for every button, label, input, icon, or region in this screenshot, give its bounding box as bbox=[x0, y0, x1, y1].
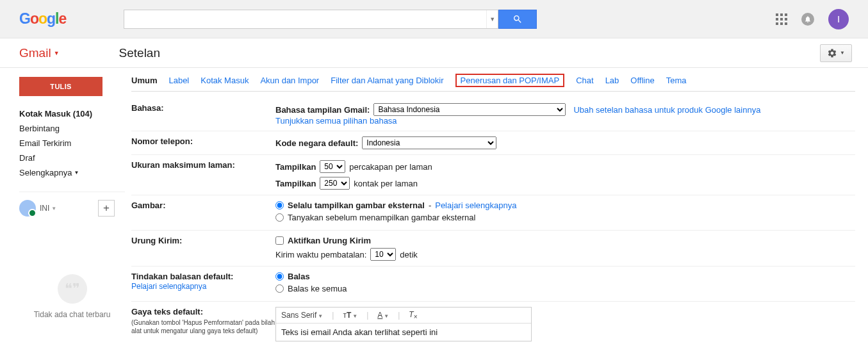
second-bar: Gmail ▼ Setelan ▼ bbox=[0, 38, 868, 68]
avatar[interactable]: I bbox=[828, 9, 849, 29]
link-ubah-bahasa[interactable]: Ubah setelan bahasa untuk produk Google … bbox=[573, 105, 760, 115]
sidebar-item-more[interactable]: Selengkapnya ▼ bbox=[19, 165, 125, 180]
top-bar: Google ▼ I bbox=[0, 0, 868, 38]
google-logo[interactable]: Google bbox=[19, 10, 66, 28]
chevron-down-icon: ▼ bbox=[51, 206, 56, 211]
notifications-icon[interactable] bbox=[801, 13, 814, 26]
field-label-bahasa: Bahasa tampilan Gmail: bbox=[275, 105, 370, 115]
text-gaya-note: (Gunakan tombol 'Hapus Pemformatan' pada… bbox=[131, 318, 275, 335]
radio-balas-semua[interactable] bbox=[275, 284, 284, 293]
sidebar-item-draft[interactable]: Draf bbox=[19, 151, 125, 165]
text-urung-sub2: detik bbox=[400, 250, 417, 259]
tab-akun[interactable]: Akun dan Impor bbox=[260, 76, 319, 87]
topbar-right: I bbox=[776, 9, 849, 29]
tab-lab[interactable]: Lab bbox=[605, 76, 619, 87]
format-box: Sans Serif▼ | тT▼ | A▼ | T× Teks isi ema… bbox=[275, 307, 532, 341]
text-kontak: kontak per laman bbox=[354, 179, 418, 188]
clear-format-button[interactable]: T× bbox=[409, 310, 417, 320]
label-balasan: Tindakan balasan default: Pelajari selen… bbox=[131, 272, 275, 296]
tab-label[interactable]: Label bbox=[168, 76, 189, 87]
gmail-menu[interactable]: Gmail ▼ bbox=[19, 46, 60, 60]
main: Umum Label Kotak Masuk Akun dan Impor Fi… bbox=[125, 68, 868, 347]
tab-offline[interactable]: Offline bbox=[630, 76, 654, 87]
font-size-select[interactable]: тT▼ bbox=[343, 311, 357, 320]
format-sample: Teks isi email Anda akan terlihat sepert… bbox=[276, 324, 531, 341]
hangouts-text: Tidak ada chat terbaru bbox=[19, 310, 125, 319]
chevron-down-icon: ▼ bbox=[54, 50, 60, 56]
sidebar-item-inbox[interactable]: Kotak Masuk (104) bbox=[19, 106, 125, 121]
search-button[interactable] bbox=[498, 10, 537, 29]
text-balas-semua: Balas ke semua bbox=[288, 284, 347, 293]
search-dropdown[interactable]: ▼ bbox=[486, 10, 498, 28]
text-balas: Balas bbox=[288, 272, 310, 281]
compose-button[interactable]: TULIS bbox=[19, 77, 102, 96]
tab-filter[interactable]: Filter dan Alamat yang Diblokir bbox=[331, 76, 443, 87]
search-input[interactable] bbox=[124, 10, 486, 28]
chevron-down-icon: ▼ bbox=[840, 50, 845, 56]
chevron-down-icon: ▼ bbox=[74, 170, 79, 176]
text-gambar-opt2: Tanyakan sebelum menampilkan gambar ekst… bbox=[288, 213, 475, 222]
text-tampilkan2: Tampilkan bbox=[275, 179, 316, 188]
setting-nomor: Nomor telepon: Kode negara default: Indo… bbox=[131, 131, 855, 155]
tab-chat[interactable]: Chat bbox=[576, 76, 593, 87]
select-negara[interactable]: Indonesia bbox=[362, 136, 496, 149]
checkbox-urung[interactable] bbox=[275, 236, 284, 245]
text-urung-sub1: Kirim waktu pembatalan: bbox=[275, 250, 366, 259]
sidebar-item-sent[interactable]: Email Terkirim bbox=[19, 136, 125, 151]
select-percakapan[interactable]: 50 bbox=[320, 160, 345, 173]
sidebar: TULIS Kotak Masuk (104) Berbintang Email… bbox=[0, 68, 125, 347]
radio-balas[interactable] bbox=[275, 272, 284, 281]
radio-gambar-tanya[interactable] bbox=[275, 213, 284, 222]
select-bahasa[interactable]: Bahasa Indonesia bbox=[373, 103, 566, 116]
gear-icon bbox=[827, 48, 837, 58]
hangouts-icon: ❝❞ bbox=[58, 274, 87, 304]
tab-kotak-masuk[interactable]: Kotak Masuk bbox=[201, 76, 249, 87]
user-avatar-icon[interactable] bbox=[19, 200, 36, 217]
tab-penerusan[interactable]: Penerusan dan POP/IMAP bbox=[455, 74, 565, 87]
label-urung: Urung Kirim: bbox=[131, 236, 275, 261]
text-percakapan: percakapan per laman bbox=[349, 162, 432, 172]
search-box: ▼ bbox=[124, 10, 498, 29]
sidebar-more-label: Selengkapnya bbox=[19, 168, 72, 177]
user-name-text: INI bbox=[40, 204, 49, 213]
label-bahasa: Bahasa: bbox=[131, 103, 275, 126]
text-balasan-label: Tindakan balasan default: bbox=[131, 272, 233, 281]
link-gambar-pelajari[interactable]: Pelajari selengkapnya bbox=[435, 201, 516, 210]
link-tunjukkan-bahasa[interactable]: Tunjukkan semua pilihan bahasa bbox=[275, 116, 397, 126]
settings-wrap: ▼ bbox=[820, 44, 852, 62]
add-contact-button[interactable]: + bbox=[98, 200, 115, 217]
label-gaya: Gaya teks default: (Gunakan tombol 'Hapu… bbox=[131, 307, 275, 341]
search-icon bbox=[512, 14, 523, 24]
setting-ukuran: Ukuran maksimum laman: Tampilkan 50 perc… bbox=[131, 155, 855, 195]
hangouts-panel: ❝❞ Tidak ada chat terbaru bbox=[19, 274, 125, 319]
link-balasan-pelajari[interactable]: Pelajari selengkapnya bbox=[131, 282, 206, 291]
setting-urung: Urung Kirim: Aktifkan Urung Kirim Kirim … bbox=[131, 231, 855, 267]
user-name[interactable]: INI ▼ bbox=[40, 204, 56, 213]
setting-balasan: Tindakan balasan default: Pelajari selen… bbox=[131, 267, 855, 302]
label-nomor: Nomor telepon: bbox=[131, 136, 275, 149]
tab-tema[interactable]: Tema bbox=[666, 76, 687, 87]
tab-umum[interactable]: Umum bbox=[131, 76, 157, 87]
setting-bahasa: Bahasa: Bahasa tampilan Gmail: Bahasa In… bbox=[131, 98, 855, 131]
sidebar-item-starred[interactable]: Berbintang bbox=[19, 121, 125, 136]
format-toolbar: Sans Serif▼ | тT▼ | A▼ | T× bbox=[276, 308, 531, 324]
text-urung-chk: Aktifkan Urung Kirim bbox=[288, 236, 371, 245]
font-color-select[interactable]: A▼ bbox=[377, 311, 389, 320]
field-label-nomor: Kode negara default: bbox=[275, 138, 358, 148]
page-title: Setelan bbox=[119, 46, 160, 60]
text-gambar-opt1: Selalu tampilkan gambar eksternal bbox=[288, 201, 425, 210]
gmail-label-text: Gmail bbox=[19, 46, 51, 60]
text-tampilkan1: Tampilkan bbox=[275, 162, 316, 172]
settings-tabs: Umum Label Kotak Masuk Akun dan Impor Fi… bbox=[131, 76, 855, 92]
label-ukuran: Ukuran maksimum laman: bbox=[131, 160, 275, 190]
radio-gambar-selalu[interactable] bbox=[275, 201, 284, 209]
select-kontak[interactable]: 250 bbox=[320, 177, 350, 190]
select-urung[interactable]: 10 bbox=[370, 248, 396, 261]
text-gaya-label: Gaya teks default: bbox=[131, 307, 203, 316]
setting-gambar: Gambar: Selalu tampilkan gambar eksterna… bbox=[131, 195, 855, 231]
settings-button[interactable]: ▼ bbox=[820, 44, 852, 62]
user-row: INI ▼ + bbox=[19, 192, 125, 217]
apps-icon[interactable] bbox=[776, 13, 787, 25]
setting-gaya: Gaya teks default: (Gunakan tombol 'Hapu… bbox=[131, 302, 855, 347]
font-select[interactable]: Sans Serif▼ bbox=[281, 311, 323, 320]
